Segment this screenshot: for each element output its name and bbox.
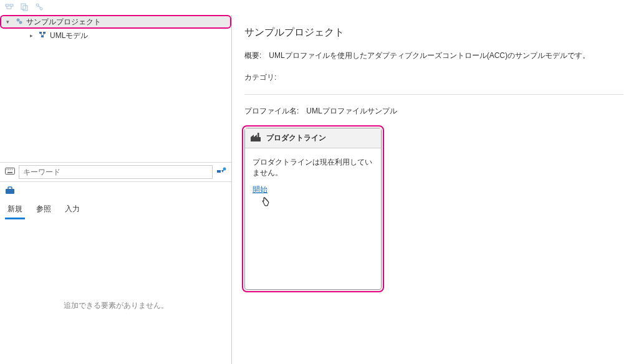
model-icon (39, 31, 47, 41)
svg-rect-30 (258, 133, 259, 137)
svg-point-24 (223, 167, 226, 170)
svg-line-16 (43, 34, 44, 36)
empty-message: 追加できる要素がありません。 (0, 219, 231, 364)
toolbar-icon-1[interactable] (5, 2, 14, 13)
card-header: プロダクトライン (245, 128, 381, 148)
card-body: プロダクトラインは現在利用していません。 開始 (245, 148, 381, 217)
toolbar-icon-3[interactable] (35, 2, 44, 13)
svg-rect-26 (8, 187, 12, 189)
svg-rect-0 (6, 4, 9, 6)
svg-rect-13 (43, 32, 46, 34)
toolbox-icon[interactable] (5, 186, 15, 196)
svg-rect-22 (7, 172, 12, 173)
start-link[interactable]: 開始 (253, 185, 267, 194)
svg-point-8 (40, 7, 42, 10)
svg-line-9 (38, 6, 41, 7)
svg-line-15 (41, 34, 42, 36)
svg-marker-29 (254, 135, 257, 137)
tab-row: 新規 参照 入力 (5, 201, 226, 219)
expander-icon[interactable]: ▸ (30, 32, 36, 39)
keyboard-icon (5, 168, 15, 177)
tab-new[interactable]: 新規 (5, 201, 25, 219)
svg-rect-14 (41, 36, 44, 37)
svg-rect-27 (251, 137, 261, 141)
tree-child-item[interactable]: ▸ UMLモデル (0, 29, 231, 42)
top-toolbar (0, 0, 636, 15)
left-panel: ▾ サンプルプロジェクト ▸ UMLモデル (0, 15, 232, 364)
tab-reference[interactable]: 参照 (34, 201, 54, 219)
svg-point-18 (6, 169, 7, 170)
profile-row: プロファイル名: UMLプロファイルサンプル (244, 106, 624, 117)
card-text: プロダクトラインは現在利用していません。 (253, 157, 373, 178)
expander-icon[interactable]: ▾ (6, 19, 12, 25)
tree-root-item[interactable]: ▾ サンプルプロジェクト (0, 15, 231, 29)
card-title: プロダクトライン (266, 133, 326, 143)
right-panel: サンプルプロジェクト 概要: UMLプロファイルを使用したアダプティブクルーズコ… (232, 15, 636, 364)
svg-point-10 (17, 18, 20, 21)
svg-point-19 (8, 169, 9, 170)
cursor-pointer-icon (260, 196, 381, 209)
svg-point-11 (19, 21, 22, 24)
overview-text: UMLプロファイルを使用したアダプティブクルーズコントロール(ACC)のサンプル… (269, 50, 590, 61)
product-line-card: プロダクトライン プロダクトラインは現在利用していません。 開始 (244, 128, 382, 290)
factory-icon (250, 132, 261, 144)
search-bar (0, 162, 231, 181)
search-input[interactable] (19, 165, 213, 179)
tree-root-label: サンプルプロジェクト (26, 17, 101, 27)
tree-view[interactable]: ▾ サンプルプロジェクト ▸ UMLモデル (0, 15, 231, 162)
profile-label: プロファイル名: (244, 106, 299, 117)
svg-marker-28 (251, 135, 254, 137)
profile-text: UMLプロファイルサンプル (306, 106, 397, 117)
svg-point-20 (10, 169, 11, 170)
filter-icon[interactable] (216, 166, 226, 178)
tab-input[interactable]: 入力 (62, 201, 82, 219)
svg-rect-12 (39, 32, 42, 34)
category-label: カテゴリ: (244, 72, 276, 83)
svg-rect-17 (6, 168, 15, 174)
page-title: サンプルプロジェクト (244, 26, 624, 39)
divider (244, 94, 624, 95)
category-row: カテゴリ: (244, 72, 624, 83)
svg-rect-23 (217, 170, 221, 173)
svg-rect-1 (10, 4, 13, 6)
tree-child-label: UMLモデル (50, 31, 88, 41)
overview-label: 概要: (244, 50, 261, 61)
svg-point-21 (12, 169, 12, 170)
project-icon (15, 17, 24, 27)
toolbar-icon-2[interactable] (20, 2, 29, 13)
svg-point-7 (36, 4, 39, 6)
lower-panel: 新規 参照 入力 (0, 181, 231, 219)
overview-row: 概要: UMLプロファイルを使用したアダプティブクルーズコントロール(ACC)の… (244, 50, 624, 61)
